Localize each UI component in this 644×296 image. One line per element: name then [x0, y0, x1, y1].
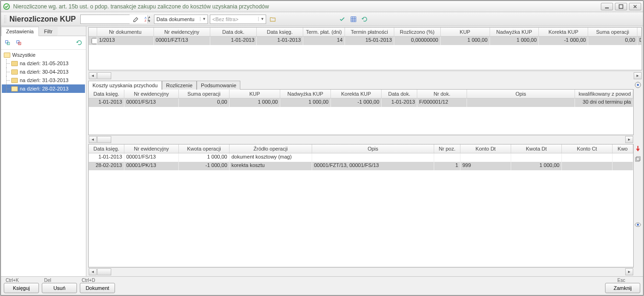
- col-header[interactable]: KUP: [230, 90, 280, 98]
- col-header[interactable]: Kwota operacji: [179, 144, 230, 153]
- refresh-tree-icon[interactable]: [75, 38, 84, 47]
- restore-icon[interactable]: [634, 155, 642, 163]
- col-header[interactable]: Nr ewidencyjny: [154, 28, 211, 36]
- tree-item[interactable]: na dzień: 31-05-2013: [2, 59, 85, 68]
- col-header[interactable]: [637, 28, 642, 36]
- open-folder-icon[interactable]: [268, 15, 277, 24]
- col-header[interactable]: KUP: [441, 28, 490, 36]
- chevron-down-icon[interactable]: ▼: [258, 17, 266, 21]
- col-check[interactable]: [89, 28, 97, 36]
- scroll-left-icon[interactable]: ◄: [89, 268, 97, 275]
- cell: 1-01-2013: [257, 37, 303, 45]
- col-header[interactable]: Termin płatności: [345, 28, 394, 36]
- date-field-combo[interactable]: Data dokumentu ▼: [154, 15, 208, 24]
- col-header[interactable]: Data księg.: [89, 144, 124, 153]
- col-header[interactable]: Suma operacji: [179, 90, 230, 98]
- table-row[interactable]: 1-01-2013 00001/FS/13 0,00 1 000,00 1 00…: [89, 99, 633, 107]
- svg-rect-1: [605, 8, 609, 8]
- sidebar-tab-zestawienia[interactable]: Zestawienia: [1, 27, 39, 36]
- scroll-thumb[interactable]: [97, 72, 111, 79]
- col-header[interactable]: Nr ewidencyjny: [124, 90, 179, 98]
- document-button[interactable]: Dokument: [80, 283, 115, 293]
- refresh-icon[interactable]: [360, 15, 369, 24]
- table-row[interactable]: 1/2013 00001/FZT/13 1-01-2013 1-01-2013 …: [89, 37, 642, 45]
- minimize-button[interactable]: [601, 3, 613, 10]
- table-row[interactable]: 1-01-2013 00001/FS/13 1 000,00 dokument …: [89, 153, 633, 162]
- tree-item-selected[interactable]: na dzień: 28-02-2013: [2, 84, 85, 93]
- cell: [511, 153, 562, 162]
- col-header[interactable]: Opis: [467, 90, 575, 98]
- col-header[interactable]: Nr poz.: [434, 144, 460, 153]
- info-icon[interactable]: [634, 81, 642, 89]
- col-header[interactable]: Kwota Dt: [511, 144, 562, 153]
- col-header[interactable]: Suma operacji: [588, 28, 637, 36]
- cell: 0,00: [588, 37, 637, 45]
- col-header[interactable]: Korekta KUP: [539, 28, 588, 36]
- edit-icon[interactable]: [131, 15, 141, 24]
- col-header[interactable]: Korekta KUP: [331, 90, 382, 98]
- scroll-left-icon[interactable]: ◄: [89, 72, 97, 79]
- scroll-thumb[interactable]: [97, 268, 111, 275]
- table-config-icon[interactable]: [349, 15, 358, 24]
- top-grid: Nr dokumentu Nr ewidencyjny Data dok. Da…: [88, 27, 642, 70]
- close-footer-button[interactable]: Zamknij: [605, 283, 640, 293]
- col-header[interactable]: Kwo: [613, 144, 633, 153]
- sidebar: Zestawienia Filtr + × Wszystkie na dzień…: [1, 26, 86, 276]
- filter-combo[interactable]: <Bez filtra> ▼: [210, 15, 266, 24]
- col-header[interactable]: kwalifikowany z powod: [575, 90, 633, 98]
- cell: 00001/FS/13: [124, 99, 179, 107]
- tree-root[interactable]: Wszystkie: [2, 51, 85, 59]
- eye-icon[interactable]: [634, 221, 642, 228]
- scroll-right-icon[interactable]: ►: [625, 268, 633, 275]
- col-header[interactable]: Opis: [312, 144, 434, 153]
- chevron-down-icon[interactable]: ▼: [200, 17, 207, 21]
- svg-rect-2: [619, 5, 623, 8]
- col-header[interactable]: Data dok.: [382, 90, 417, 98]
- delete-button[interactable]: Usuń: [42, 283, 77, 293]
- tree-collapse-icon[interactable]: ×: [14, 38, 23, 47]
- col-header[interactable]: Nadwyżka KUP: [490, 28, 539, 36]
- tab-koszty[interactable]: Koszty uzyskania przychodu: [88, 81, 162, 90]
- col-header[interactable]: Nr dok.: [417, 90, 467, 98]
- h-scrollbar[interactable]: ◄ ►: [88, 71, 642, 79]
- table-row[interactable]: 28-02-2013 00001/PK/13 -1 000,00 korekta…: [89, 162, 633, 170]
- apply-check-icon[interactable]: [337, 15, 347, 24]
- col-header[interactable]: Data dok.: [210, 28, 257, 36]
- number-spinner[interactable]: ▲▼: [80, 15, 130, 24]
- col-header[interactable]: Data księg.: [89, 90, 124, 98]
- col-header[interactable]: Nadwyżka KUP: [280, 90, 331, 98]
- tab-podsumowanie[interactable]: Podsumowanie: [197, 81, 240, 90]
- cell: 1-01-2013: [89, 153, 124, 162]
- col-header[interactable]: Konto Ct: [562, 144, 613, 153]
- arrow-down-red-icon[interactable]: [634, 145, 642, 152]
- cell: 1 000,00: [280, 99, 331, 107]
- tree-item[interactable]: na dzień: 30-04-2013: [2, 68, 85, 76]
- scroll-left-icon[interactable]: ◄: [89, 136, 97, 143]
- scroll-right-icon[interactable]: ►: [634, 72, 642, 79]
- middle-grid: Data księg. Nr ewidencyjny Suma operacji…: [88, 89, 634, 135]
- bottom-grid: Data księg. Nr ewidencyjny Kwota operacj…: [88, 144, 634, 267]
- close-button[interactable]: [629, 3, 641, 10]
- col-header[interactable]: Nr ewidencyjny: [124, 144, 179, 153]
- svg-point-17: [637, 224, 639, 226]
- tree-item[interactable]: na dzień: 31-03-2013: [2, 76, 85, 84]
- h-scrollbar[interactable]: ◄ ►: [88, 135, 634, 143]
- col-header[interactable]: Rozliczono (%): [394, 28, 441, 36]
- book-button[interactable]: Księguj: [4, 283, 39, 293]
- col-header[interactable]: Nr dokumentu: [97, 28, 154, 36]
- tree-expand-icon[interactable]: +: [3, 38, 12, 47]
- folder-icon: [4, 53, 10, 58]
- h-scrollbar[interactable]: ◄ ►: [88, 267, 634, 275]
- scroll-thumb[interactable]: [97, 136, 111, 143]
- sort-az-icon[interactable]: AZ: [143, 15, 152, 24]
- col-header[interactable]: Term. płat. (dni): [303, 28, 345, 36]
- row-checkbox[interactable]: [92, 38, 97, 44]
- tab-rozliczenie[interactable]: Rozliczenie: [162, 81, 197, 90]
- maximize-button[interactable]: [615, 3, 627, 10]
- scroll-right-icon[interactable]: ►: [625, 136, 633, 143]
- col-header[interactable]: Data księg.: [257, 28, 303, 36]
- sidebar-tab-filtr[interactable]: Filtr: [39, 27, 58, 36]
- col-header[interactable]: Konto Dt: [460, 144, 511, 153]
- cell: 00001/FZT/13: [154, 37, 211, 45]
- col-header[interactable]: Źródło operacji: [230, 144, 312, 153]
